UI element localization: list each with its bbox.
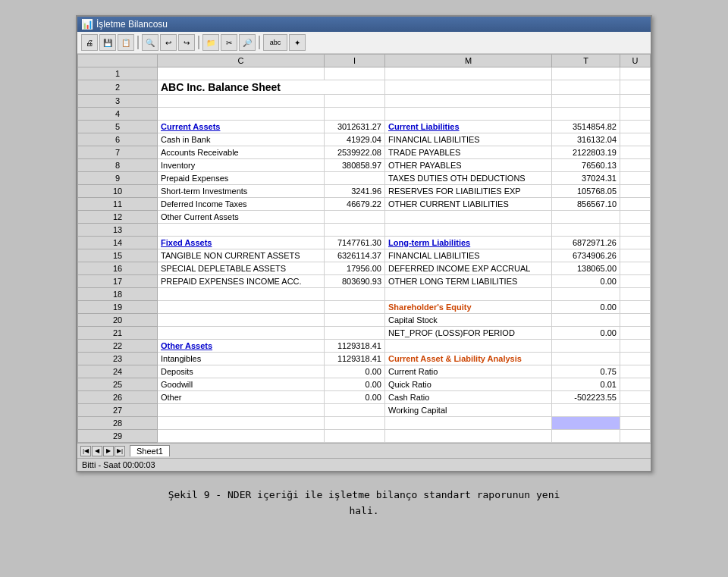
- cell-t1: [552, 67, 620, 80]
- cell-t10: 105768.05: [552, 185, 620, 198]
- cell-t8: 76560.13: [552, 159, 620, 172]
- row-num: 12: [78, 211, 158, 224]
- outer-wrapper: 📊 İşletme Bilancosu 🖨 💾 📋 🔍 ↩ ↪ 📁 ✂ 🔎 ab…: [0, 0, 728, 577]
- cell-m1: [385, 67, 552, 80]
- cell-c21: [158, 327, 325, 340]
- cell-shareholders-equity: Shareholder's Equity: [385, 301, 552, 314]
- cell-t28: [552, 417, 620, 430]
- status-text: Bitti - Saat 00:00:03: [82, 460, 155, 469]
- tab-arrow-next[interactable]: ▶: [103, 446, 114, 456]
- toolbar-btn-11[interactable]: ✦: [289, 34, 306, 51]
- cell-i5: 3012631.27: [325, 121, 385, 133]
- cell-t27: [552, 404, 620, 417]
- cell-t23: [552, 353, 620, 365]
- caption: Şekil 9 - NDER içeriği ile işletme bilan…: [15, 488, 713, 519]
- cell-c18: [158, 288, 325, 301]
- cell-c6: Cash in Bank: [158, 133, 325, 146]
- cell-m10: RESERVES FOR LIABILITIES EXP: [385, 185, 552, 198]
- cell-i11: 46679.22: [325, 198, 385, 211]
- cell-t18: [552, 288, 620, 301]
- cell-u16: [620, 262, 651, 275]
- cell-i27: [325, 404, 385, 417]
- cell-m13: [385, 224, 552, 237]
- cell-i13: [325, 224, 385, 237]
- cell-u17: [620, 275, 651, 288]
- row-num: 8: [78, 159, 158, 172]
- cell-u9: [620, 172, 651, 185]
- row-num: 7: [78, 146, 158, 159]
- tab-arrow-last[interactable]: ▶|: [115, 446, 125, 456]
- cell-i4: [325, 108, 385, 121]
- tab-arrow-prev[interactable]: ◀: [92, 446, 102, 456]
- row-num: 15: [78, 249, 158, 262]
- cell-t2: [552, 80, 620, 95]
- toolbar-btn-6[interactable]: ↪: [178, 34, 195, 51]
- cell-u11: [620, 198, 651, 211]
- toolbar-btn-8[interactable]: ✂: [221, 34, 237, 51]
- cell-u1: [620, 67, 651, 80]
- cell-t21: 0.00: [552, 327, 620, 340]
- cell-t24: 0.75: [552, 365, 620, 378]
- table-row: 18: [78, 288, 651, 301]
- cell-accounts-receivable: Accounts Receivable: [158, 146, 325, 159]
- cell-u24: [620, 365, 651, 378]
- cell-m11: OTHER CURRENT LIABILITIES: [385, 198, 552, 211]
- toolbar-btn-10[interactable]: abc: [263, 34, 287, 51]
- table-row: 14 Fixed Assets 7147761.30 Long-term Lia…: [78, 237, 651, 249]
- cell-m16: DEFERRED INCOME EXP ACCRUAL: [385, 262, 552, 275]
- table-row: 16 SPECIAL DEPLETABLE ASSETS 17956.00 DE…: [78, 262, 651, 275]
- table-row: 27 Working Capital: [78, 404, 651, 417]
- toolbar-btn-7[interactable]: 📁: [202, 34, 219, 51]
- cell-m3: [385, 95, 552, 108]
- cell-m6: FINANCIAL LIABILITIES: [385, 133, 552, 146]
- row-num: 10: [78, 185, 158, 198]
- cell-t26: -502223.55: [552, 391, 620, 404]
- tab-arrow-first[interactable]: |◀: [80, 446, 91, 456]
- cell-t14: 6872971.26: [552, 237, 620, 249]
- cell-t17: 0.00: [552, 275, 620, 288]
- table-row: 12 Other Current Assets: [78, 211, 651, 224]
- cell-fixed-assets: Fixed Assets: [158, 237, 325, 249]
- toolbar-btn-3[interactable]: 📋: [118, 34, 134, 51]
- sheet-tab-sheet1[interactable]: Sheet1: [130, 445, 170, 456]
- cell-i21: [325, 327, 385, 340]
- cell-i16: 17956.00: [325, 262, 385, 275]
- cell-t29: [552, 430, 620, 443]
- row-num: 16: [78, 262, 158, 275]
- cell-u14: [620, 237, 651, 249]
- cell-u27: [620, 404, 651, 417]
- table-row: 6 Cash in Bank 41929.04 FINANCIAL LIABIL…: [78, 133, 651, 146]
- col-header-m: M: [385, 55, 552, 67]
- table-row: 2 ABC Inc. Balance Sheet: [78, 80, 651, 95]
- table-row: 22 Other Assets 1129318.41: [78, 340, 651, 353]
- cell-i6: 41929.04: [325, 133, 385, 146]
- title-bar: 📊 İşletme Bilancosu: [77, 17, 651, 32]
- cell-u21: [620, 327, 651, 340]
- cell-u10: [620, 185, 651, 198]
- table-row: 10 Short-term Investments 3241.96 RESERV…: [78, 185, 651, 198]
- cell-c1: [158, 67, 325, 80]
- toolbar-btn-5[interactable]: ↩: [160, 34, 177, 51]
- cell-u25: [620, 378, 651, 391]
- toolbar-btn-2[interactable]: 💾: [99, 34, 116, 51]
- table-row: 17 PREPAID EXPENSES INCOME ACC. 803690.9…: [78, 275, 651, 288]
- table-row: 13: [78, 224, 651, 237]
- cell-c9: Prepaid Expenses: [158, 172, 325, 185]
- cell-i10: 3241.96: [325, 185, 385, 198]
- cell-u20: [620, 314, 651, 327]
- row-num: 2: [78, 80, 158, 95]
- cell-i8: 380858.97: [325, 159, 385, 172]
- cell-t3: [552, 95, 620, 108]
- toolbar-btn-4[interactable]: 🔍: [142, 34, 158, 51]
- cell-u15: [620, 249, 651, 262]
- cell-c19: [158, 301, 325, 314]
- sheet-tabs-bar: |◀ ◀ ▶ ▶| Sheet1: [77, 443, 651, 458]
- toolbar-btn-9[interactable]: 🔎: [239, 34, 256, 51]
- toolbar-btn-1[interactable]: 🖨: [81, 34, 98, 51]
- cell-i12: [325, 211, 385, 224]
- table-row: 4: [78, 108, 651, 121]
- row-num: 11: [78, 198, 158, 211]
- table-row: 11 Deferred Income Taxes 46679.22 OTHER …: [78, 198, 651, 211]
- cell-c17: PREPAID EXPENSES INCOME ACC.: [158, 275, 325, 288]
- row-num: 14: [78, 237, 158, 249]
